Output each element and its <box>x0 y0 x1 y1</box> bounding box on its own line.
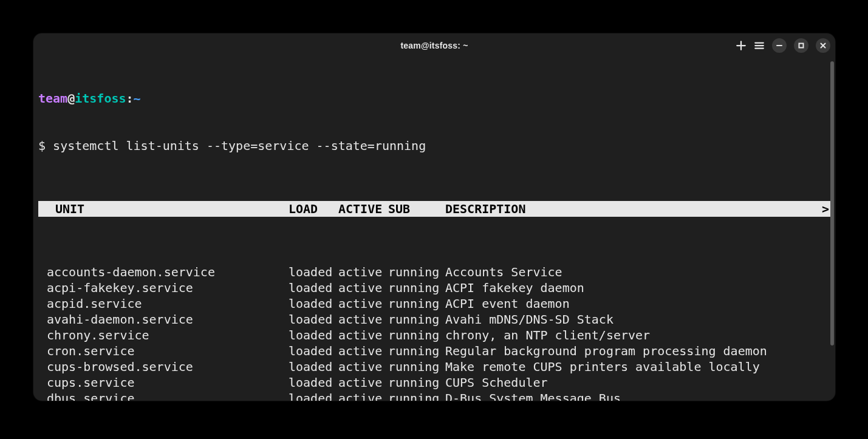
terminal-content[interactable]: team@itsfoss:~ $ systemctl list-units --… <box>33 58 835 401</box>
prompt-symbol: $ <box>38 138 53 153</box>
cell-unit: dbus.service <box>47 390 289 401</box>
prompt-host: itsfoss <box>75 91 126 106</box>
prompt-at: @ <box>67 91 75 106</box>
cell-active: active <box>338 264 388 280</box>
cell-active: active <box>338 359 388 375</box>
cell-description: D-Bus System Message Bus <box>445 390 830 401</box>
command-text: systemctl list-units --type=service --st… <box>53 138 426 153</box>
window-title: team@itsfoss: ~ <box>400 41 468 50</box>
header-overflow-indicator: > <box>822 201 830 217</box>
cell-description: ACPI fakekey daemon <box>445 280 830 296</box>
cell-load: loaded <box>289 296 338 311</box>
service-rows: accounts-daemon.serviceloadedactiverunni… <box>38 264 830 401</box>
header-unit: UNIT <box>47 201 289 217</box>
cell-sub: running <box>388 280 445 296</box>
table-row: cron.serviceloadedactiverunningRegular b… <box>38 343 830 359</box>
table-row: cups.serviceloadedactiverunningCUPS Sche… <box>38 375 830 390</box>
cell-unit: cups-browsed.service <box>47 359 289 375</box>
cell-description: Avahi mDNS/DNS-SD Stack <box>445 311 830 327</box>
cell-active: active <box>338 280 388 296</box>
header-active: ACTIVE <box>338 201 388 217</box>
table-row: avahi-daemon.serviceloadedactiverunningA… <box>38 311 830 327</box>
cell-load: loaded <box>289 390 338 401</box>
cell-sub: running <box>388 390 445 401</box>
prompt-user: team <box>38 91 67 106</box>
maximize-button[interactable] <box>794 38 808 53</box>
prompt-line: team@itsfoss:~ <box>38 90 830 106</box>
table-row: dbus.serviceloadedactiverunningD-Bus Sys… <box>38 390 830 401</box>
cell-description: CUPS Scheduler <box>445 375 830 390</box>
table-row: accounts-daemon.serviceloadedactiverunni… <box>38 264 830 280</box>
cell-unit: acpi-fakekey.service <box>47 280 289 296</box>
cell-sub: running <box>388 264 445 280</box>
table-header: UNIT LOAD ACTIVE SUB DESCRIPTION > <box>38 201 830 217</box>
cell-load: loaded <box>289 264 338 280</box>
cell-sub: running <box>388 327 445 343</box>
cell-unit: acpid.service <box>47 296 289 311</box>
cell-description: Regular background program processing da… <box>445 343 830 359</box>
table-row: acpi-fakekey.serviceloadedactiverunningA… <box>38 280 830 296</box>
cell-unit: chrony.service <box>47 327 289 343</box>
window-controls <box>736 38 830 53</box>
header-load: LOAD <box>289 201 338 217</box>
cell-description: chrony, an NTP client/server <box>445 327 830 343</box>
cell-active: active <box>338 311 388 327</box>
cell-description: Make remote CUPS printers available loca… <box>445 359 830 375</box>
cell-active: active <box>338 296 388 311</box>
scrollbar[interactable] <box>830 61 834 396</box>
cell-active: active <box>338 375 388 390</box>
menu-button[interactable] <box>754 40 765 51</box>
cell-load: loaded <box>289 375 338 390</box>
table-row: cups-browsed.serviceloadedactiverunningM… <box>38 359 830 375</box>
cell-sub: running <box>388 375 445 390</box>
table-row: acpid.serviceloadedactiverunningACPI eve… <box>38 296 830 311</box>
cell-load: loaded <box>289 359 338 375</box>
header-indent <box>38 201 47 217</box>
cell-unit: avahi-daemon.service <box>47 311 289 327</box>
scrollbar-thumb[interactable] <box>830 61 834 345</box>
cell-unit: accounts-daemon.service <box>47 264 289 280</box>
cell-load: loaded <box>289 343 338 359</box>
cell-sub: running <box>388 296 445 311</box>
cell-unit: cups.service <box>47 375 289 390</box>
prompt-colon: : <box>126 91 134 106</box>
titlebar: team@itsfoss: ~ <box>33 33 835 58</box>
cell-sub: running <box>388 343 445 359</box>
cell-load: loaded <box>289 327 338 343</box>
cell-active: active <box>338 390 388 401</box>
cell-active: active <box>338 327 388 343</box>
new-tab-button[interactable] <box>736 40 747 51</box>
table-row: chrony.serviceloadedactiverunningchrony,… <box>38 327 830 343</box>
prompt-path: ~ <box>134 91 141 106</box>
close-button[interactable] <box>816 38 830 53</box>
cell-sub: running <box>388 359 445 375</box>
terminal-window: team@itsfoss: ~ team@itsfoss:~ $ systemc… <box>33 33 835 401</box>
header-sub: SUB <box>388 201 445 217</box>
minimize-button[interactable] <box>772 38 787 53</box>
cell-sub: running <box>388 311 445 327</box>
cell-unit: cron.service <box>47 343 289 359</box>
cell-description: Accounts Service <box>445 264 830 280</box>
cell-description: ACPI event daemon <box>445 296 830 311</box>
cell-active: active <box>338 343 388 359</box>
header-description: DESCRIPTION <box>445 201 822 217</box>
command-line: $ systemctl list-units --type=service --… <box>38 138 830 154</box>
cell-load: loaded <box>289 311 338 327</box>
svg-rect-6 <box>799 44 804 48</box>
cell-load: loaded <box>289 280 338 296</box>
